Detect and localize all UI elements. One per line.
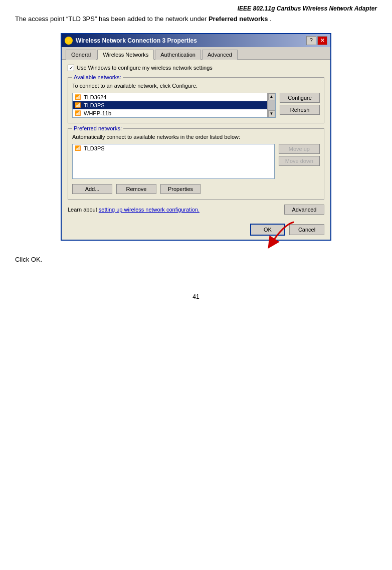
- tab-general[interactable]: General: [66, 50, 96, 60]
- preferred-networks-legend: Preferred networks:: [72, 125, 123, 131]
- network-name-tld3ps: TLD3PS: [84, 102, 105, 108]
- properties-dialog: ⚡ Wireless Network Connection 3 Properti…: [61, 33, 331, 241]
- network-item-tld3ps[interactable]: 📶 TLD3PS: [73, 101, 267, 109]
- page-number-text: 41: [192, 293, 199, 300]
- learn-advanced-row: Learn about setting up wireless network …: [68, 205, 324, 215]
- bottom-actions: Add... Remove Properties: [72, 184, 320, 194]
- help-button[interactable]: ?: [306, 36, 316, 45]
- preferred-item-tld3ps[interactable]: 📶 TLD3PS: [73, 144, 274, 152]
- properties-button[interactable]: Properties: [160, 184, 201, 194]
- network-icon-tld3ps: 📶: [75, 102, 81, 108]
- tab-advanced[interactable]: Advanced: [202, 50, 238, 60]
- available-list-scrollbar[interactable]: ▲ ▼: [267, 93, 275, 117]
- footer-buttons: OK Cancel: [250, 224, 324, 236]
- network-name-whpp11b: WHPP-11b: [84, 110, 111, 116]
- remove-button[interactable]: Remove: [116, 184, 156, 194]
- preferred-networks-section: Preferred networks: Automatically connec…: [68, 128, 324, 200]
- page-header-title: IEEE 802.11g Cardbus Wireless Network Ad…: [15, 5, 377, 12]
- intro-bold-text: Preferred networks: [209, 15, 268, 23]
- dialog-title-icon: ⚡: [65, 37, 73, 45]
- dialog-content: Use Windows to configure my wireless net…: [62, 60, 330, 220]
- intro-text-before: The access point “TLD 3PS” has been adde…: [15, 15, 207, 23]
- network-item-whpp11b[interactable]: 📶 WHPP-11b: [73, 109, 267, 117]
- cancel-button[interactable]: Cancel: [289, 224, 324, 235]
- add-button[interactable]: Add...: [72, 184, 112, 194]
- learn-label: Learn about: [68, 207, 99, 213]
- checkbox-label: Use Windows to configure my wireless net…: [77, 65, 213, 71]
- available-networks-section: Available networks: To connect to an ava…: [68, 77, 324, 123]
- move-up-button[interactable]: Move up: [279, 144, 320, 154]
- scroll-track: [268, 100, 275, 110]
- tab-authentication[interactable]: Authentication: [155, 50, 201, 60]
- available-networks-desc: To connect to an available network, clic…: [72, 83, 320, 89]
- preferred-icon-tld3ps: 📶: [75, 145, 81, 151]
- network-item-tld3624[interactable]: 📶 TLD3624: [73, 93, 267, 101]
- tabs-bar: General Wireless Networks Authentication…: [62, 47, 330, 60]
- intro-paragraph: The access point “TLD 3PS” has been adde…: [15, 14, 377, 24]
- titlebar-left: ⚡ Wireless Network Connection 3 Properti…: [65, 37, 197, 45]
- preferred-network-list: 📶 TLD3PS: [72, 144, 275, 179]
- use-windows-checkbox[interactable]: [68, 65, 74, 71]
- configure-button[interactable]: Configure: [280, 93, 320, 103]
- available-networks-container: 📶 TLD3624 📶 TLD3PS 📶: [72, 93, 320, 118]
- intro-text-after: .: [270, 15, 272, 23]
- dialog-wrapper: ⚡ Wireless Network Connection 3 Properti…: [15, 33, 377, 241]
- network-icon-tld3624: 📶: [75, 94, 81, 100]
- titlebar-buttons: ? ✕: [306, 36, 327, 45]
- footer-text: Click OK.: [15, 256, 377, 263]
- available-network-list: 📶 TLD3624 📶 TLD3PS 📶: [72, 93, 276, 118]
- refresh-button[interactable]: Refresh: [280, 105, 320, 115]
- network-name-tld3624: TLD3624: [84, 94, 106, 100]
- dialog-overlay: ⚡ Wireless Network Connection 3 Properti…: [61, 33, 331, 241]
- scroll-down-arrow[interactable]: ▼: [268, 110, 275, 117]
- footer-label: Click: [15, 256, 31, 263]
- learn-text: Learn about setting up wireless network …: [68, 207, 200, 213]
- dialog-title-text: Wireless Network Connection 3 Properties: [76, 37, 197, 44]
- learn-link[interactable]: setting up wireless network configuratio…: [99, 207, 200, 213]
- dialog-footer: OK Cancel: [62, 220, 330, 240]
- page-container: IEEE 802.11g Cardbus Wireless Network Ad…: [0, 0, 392, 570]
- header-title-text: IEEE 802.11g Cardbus Wireless Network Ad…: [238, 5, 377, 12]
- available-networks-legend: Available networks:: [72, 74, 123, 80]
- tab-wireless-networks[interactable]: Wireless Networks: [97, 50, 154, 60]
- checkbox-row: Use Windows to configure my wireless net…: [68, 65, 324, 71]
- network-icon-whpp11b: 📶: [75, 110, 81, 116]
- preferred-networks-desc: Automatically connect to available netwo…: [72, 134, 320, 140]
- footer-bold: OK: [31, 256, 41, 263]
- dialog-titlebar: ⚡ Wireless Network Connection 3 Properti…: [62, 34, 330, 47]
- close-button[interactable]: ✕: [317, 36, 327, 45]
- available-network-actions: Configure Refresh: [280, 93, 320, 115]
- preferred-networks-container: 📶 TLD3PS Move up Move down: [72, 144, 320, 179]
- preferred-name-tld3ps: TLD3PS: [84, 145, 105, 151]
- scroll-up-arrow[interactable]: ▲: [268, 93, 275, 100]
- available-network-list-inner: 📶 TLD3624 📶 TLD3PS 📶: [73, 93, 267, 117]
- preferred-actions: Move up Move down: [279, 144, 320, 166]
- move-down-button[interactable]: Move down: [279, 156, 320, 166]
- page-number: 41: [15, 293, 377, 300]
- footer-after: .: [41, 256, 43, 263]
- ok-button[interactable]: OK: [250, 224, 285, 236]
- advanced-dialog-button[interactable]: Advanced: [284, 205, 324, 215]
